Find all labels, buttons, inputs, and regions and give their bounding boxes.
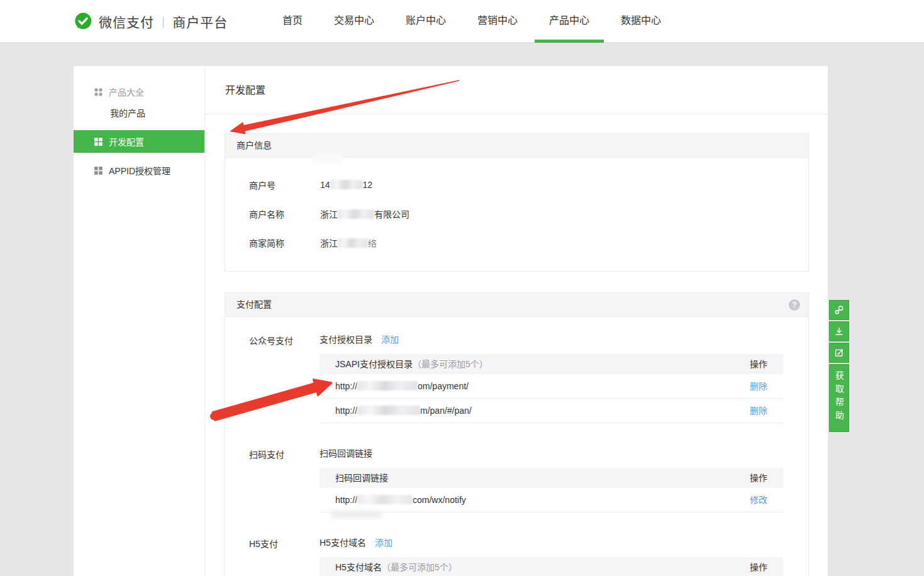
- link-icon: [834, 305, 844, 315]
- sidebar-item-label: 产品大全: [109, 86, 144, 98]
- h5-domain-table: H5支付域名（最多可添加5个） 操作 di.com 删除: [320, 557, 783, 576]
- merchant-id-value: 1412: [320, 180, 372, 190]
- qr-pay-section: 扫码支付 扫码回调链接 扫码回调链接 操作: [249, 446, 783, 512]
- qr-callback-table: 扫码回调链接 操作 http://com/wx/notify 修改: [320, 468, 783, 512]
- table-row: http://com/wx/notify 修改: [320, 488, 783, 512]
- action-column-header: 操作: [750, 354, 767, 374]
- wechat-pay-merchant-platform: 微信支付 | 商户平台 首页 交易中心 账户中心 营销中心 产品中心 数据中心 …: [0, 0, 924, 576]
- grid-squares-icon: [94, 167, 103, 175]
- field-label: 商家简称: [249, 236, 320, 249]
- callback-url: http://com/wx/notify: [335, 488, 466, 512]
- section-subtitle: 支付授权目录: [320, 333, 372, 345]
- redacted-text: [357, 495, 413, 504]
- merchant-info-body: 商户号 1412 商户名称 浙江有限公司 商家简称 浙江络: [225, 158, 808, 271]
- field-label: 商户名称: [249, 208, 320, 220]
- sidebar-item-dev-config[interactable]: 开发配置: [74, 130, 204, 153]
- brand-logo: 微信支付 | 商户平台: [74, 0, 228, 43]
- section-subtitle: H5支付域名: [320, 536, 366, 548]
- payment-config-title: 支付配置: [237, 299, 272, 309]
- sidebar-item-my-products[interactable]: 我的产品: [74, 102, 204, 124]
- field-label: 商户号: [249, 179, 320, 191]
- product-name: 商户平台: [172, 12, 228, 31]
- action-column-header: 操作: [750, 557, 767, 576]
- merchant-info-box: 商户信息 商户号 1412 商户名称 浙江有限公司 商家简称 浙江络: [225, 133, 809, 272]
- add-h5-domain-link[interactable]: 添加: [375, 536, 392, 548]
- edit-button[interactable]: [829, 343, 849, 363]
- modify-link[interactable]: 修改: [750, 488, 767, 512]
- grid-dots-icon: [94, 88, 103, 96]
- get-help-button[interactable]: 获取帮助: [829, 364, 849, 432]
- floating-toolbar: 获取帮助: [829, 300, 849, 432]
- table-header: 扫码回调链接 操作: [320, 468, 783, 488]
- nav-item-home[interactable]: 首页: [267, 0, 318, 43]
- section-subtitle: 扫码回调链接: [320, 446, 372, 459]
- delete-link[interactable]: 删除: [750, 399, 767, 423]
- nav-item-data-center[interactable]: 数据中心: [605, 0, 677, 43]
- main-panel: 开发配置 商户信息 商户号 1412 商户名称 浙江有限公司: [204, 66, 828, 576]
- table-row: http://m/pan/#/pan/ 删除: [320, 399, 783, 423]
- section-label: 公众号支付: [249, 332, 320, 423]
- redacted-text: [357, 406, 420, 415]
- payment-config-header: 支付配置 ?: [225, 293, 808, 317]
- nav-item-marketing-center[interactable]: 营销中心: [462, 0, 533, 43]
- nav-item-product-center[interactable]: 产品中心: [533, 0, 605, 43]
- download-icon: [834, 326, 844, 336]
- link-button[interactable]: [829, 300, 849, 320]
- redaction-blob: [331, 511, 382, 518]
- sidebar-item-label: APPID授权管理: [109, 164, 170, 177]
- action-column-header: 操作: [750, 468, 767, 488]
- page-title: 开发配置: [205, 66, 828, 114]
- auth-dir-url: http://om/payment/: [335, 374, 469, 398]
- merchant-short-name-value: 浙江络: [320, 236, 377, 249]
- get-help-label: 获取帮助: [833, 371, 845, 424]
- brand-name: 微信支付: [99, 12, 154, 31]
- merchant-id-row: 商户号 1412: [249, 170, 808, 199]
- delete-link[interactable]: 删除: [750, 374, 767, 398]
- sidebar-item-label: 我的产品: [110, 108, 145, 118]
- add-auth-dir-link[interactable]: 添加: [381, 333, 399, 345]
- grid-squares-icon: [94, 138, 103, 146]
- redacted-text: [330, 180, 363, 189]
- merchant-name-row: 商户名称 浙江有限公司: [249, 199, 808, 228]
- redacted-text: [338, 238, 368, 248]
- jsapi-pay-section: 公众号支付 支付授权目录 添加 JSAPI支付授权目录（最多可添加5个） 操作: [249, 332, 783, 423]
- logo-divider: |: [162, 14, 165, 29]
- h5-pay-section: H5支付 H5支付域名 添加 H5支付域名（最多可添加5个） 操作: [249, 535, 783, 576]
- edit-icon: [834, 348, 844, 358]
- sidebar: 产品大全 我的产品 开发配置 APPID授权管理: [74, 66, 204, 576]
- merchant-info-title: 商户信息: [237, 140, 272, 150]
- top-header: 微信支付 | 商户平台 首页 交易中心 账户中心 营销中心 产品中心 数据中心: [0, 0, 924, 43]
- table-row: http://om/payment/ 删除: [320, 374, 783, 399]
- redaction-blob: [311, 153, 344, 164]
- main-content: 商户信息 商户号 1412 商户名称 浙江有限公司 商家简称 浙江络: [205, 114, 828, 576]
- redacted-text: [357, 381, 418, 390]
- nav-item-account-center[interactable]: 账户中心: [390, 0, 462, 43]
- auth-dir-url: http://m/pan/#/pan/: [335, 399, 472, 423]
- top-navigation: 首页 交易中心 账户中心 营销中心 产品中心 数据中心: [267, 0, 677, 43]
- table-header: JSAPI支付授权目录（最多可添加5个） 操作: [320, 354, 783, 374]
- payment-config-box: 支付配置 ? 公众号支付 支付授权目录 添加: [225, 292, 809, 576]
- nav-item-transaction-center[interactable]: 交易中心: [318, 0, 390, 43]
- wechat-pay-logo-icon: [74, 12, 93, 31]
- table-header: H5支付域名（最多可添加5个） 操作: [320, 557, 783, 576]
- sidebar-item-label: 开发配置: [109, 135, 144, 148]
- payment-config-body: 公众号支付 支付授权目录 添加 JSAPI支付授权目录（最多可添加5个） 操作: [225, 317, 808, 576]
- help-icon[interactable]: ?: [789, 299, 800, 311]
- merchant-name-value: 浙江有限公司: [320, 208, 409, 220]
- merchant-short-name-row: 商家简称 浙江络: [249, 228, 808, 257]
- section-label: 扫码支付: [249, 446, 320, 512]
- download-button[interactable]: [829, 321, 849, 341]
- sidebar-item-product-catalog[interactable]: 产品大全: [74, 81, 204, 102]
- section-label: H5支付: [249, 535, 320, 576]
- redacted-text: [338, 209, 374, 219]
- jsapi-auth-dir-table: JSAPI支付授权目录（最多可添加5个） 操作 http://om/paymen…: [320, 354, 783, 423]
- sidebar-item-appid-auth[interactable]: APPID授权管理: [74, 159, 204, 182]
